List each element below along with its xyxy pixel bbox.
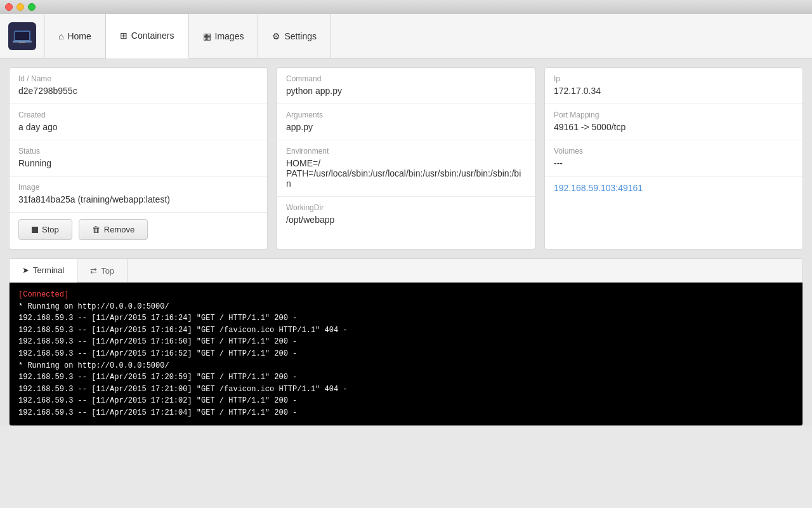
arguments-label: Arguments	[286, 110, 526, 119]
environment-field: Environment HOME=/ PATH=/usr/local/sbin:…	[277, 140, 535, 197]
maximize-button[interactable]	[28, 3, 36, 11]
terminal-line: 192.168.59.3 -- [11/Apr/2015 17:20:59] "…	[18, 371, 794, 384]
created-label: Created	[18, 110, 258, 119]
terminal-line: 192.168.59.3 -- [11/Apr/2015 17:21:00] "…	[18, 384, 794, 396]
tab-top-label: Top	[101, 266, 114, 276]
home-icon: ⌂	[58, 31, 63, 41]
created-value: a day ago	[18, 122, 258, 132]
tab-home-label: Home	[67, 31, 91, 41]
created-field: Created a day ago	[10, 104, 267, 140]
app-logo	[0, 14, 44, 58]
remove-button[interactable]: 🗑 Remove	[79, 219, 148, 240]
port-mapping-field: Port Mapping 49161 -> 5000/tcp	[545, 104, 802, 140]
command-field: Command python app.py	[277, 68, 535, 104]
terminal-section: ➤ Terminal ⇄ Top [Connected] * Running o…	[9, 258, 803, 426]
workingdir-field: WorkingDir /opt/webapp	[277, 197, 535, 232]
action-buttons: Stop 🗑 Remove	[10, 213, 267, 249]
volumes-value: ---	[554, 158, 794, 168]
close-button[interactable]	[5, 3, 13, 11]
status-value: Running	[18, 158, 258, 168]
status-field: Status Running	[10, 140, 267, 177]
top-icon: ⇄	[90, 266, 97, 276]
terminal-line: 192.168.59.3 -- [11/Apr/2015 17:21:02] "…	[18, 395, 794, 407]
tab-settings[interactable]: ⚙ Settings	[258, 14, 331, 58]
workingdir-value: /opt/webapp	[286, 215, 526, 225]
image-value: 31fa814ba25a (training/webapp:latest)	[18, 194, 258, 204]
id-label: Id / Name	[18, 74, 258, 83]
svg-rect-1	[15, 32, 29, 40]
terminal-line: 192.168.59.3 -- [11/Apr/2015 17:16:52] "…	[18, 348, 794, 360]
terminal-line: 192.168.59.3 -- [11/Apr/2015 17:16:24] "…	[18, 324, 794, 337]
terminal-line: * Running on http://0.0.0.0:5000/	[18, 360, 794, 372]
tab-top[interactable]: ⇄ Top	[77, 259, 128, 282]
id-field: Id / Name d2e7298b955c	[10, 68, 267, 104]
volumes-field: Volumes ---	[545, 140, 802, 177]
status-label: Status	[18, 147, 258, 156]
main-content: Id / Name d2e7298b955c Created a day ago…	[0, 58, 812, 426]
command-value: python app.py	[286, 86, 526, 96]
container-info-card: Id / Name d2e7298b955c Created a day ago…	[9, 67, 268, 250]
id-value: d2e7298b955c	[18, 86, 258, 96]
access-link[interactable]: 192.168.59.103:49161	[554, 183, 794, 193]
tab-terminal[interactable]: ➤ Terminal	[10, 259, 77, 283]
ip-label: Ip	[554, 74, 794, 83]
terminal-output: [Connected] * Running on http://0.0.0.0:…	[10, 283, 802, 425]
command-label: Command	[286, 74, 526, 83]
image-tag: (training/webapp:latest)	[75, 194, 170, 204]
terminal-line: * Running on http://0.0.0.0:5000/	[18, 301, 794, 313]
containers-icon: ⊞	[120, 30, 128, 41]
port-mapping-value: 49161 -> 5000/tcp	[554, 122, 794, 132]
remove-icon: 🗑	[92, 225, 100, 234]
image-field: Image 31fa814ba25a (training/webapp:late…	[10, 177, 267, 213]
terminal-tabs: ➤ Terminal ⇄ Top	[10, 259, 802, 283]
tab-home[interactable]: ⌂ Home	[44, 14, 106, 58]
stop-icon	[32, 227, 38, 233]
tab-images-label: Images	[215, 31, 244, 41]
images-icon: ▦	[203, 31, 211, 41]
ip-field: Ip 172.17.0.34	[545, 68, 802, 104]
terminal-line: 192.168.59.3 -- [11/Apr/2015 17:16:50] "…	[18, 336, 794, 348]
tab-images[interactable]: ▦ Images	[189, 14, 259, 58]
titlebar	[0, 0, 812, 14]
ip-value: 172.17.0.34	[554, 86, 794, 96]
stop-label: Stop	[42, 225, 59, 234]
access-link-field: 192.168.59.103:49161	[545, 177, 802, 201]
environment-value: HOME=/ PATH=/usr/local/sbin:/usr/local/b…	[286, 158, 526, 189]
terminal-icon: ➤	[22, 265, 29, 275]
nav-tabs: ⌂ Home ⊞ Containers ▦ Images ⚙ Settings	[44, 14, 331, 58]
tab-containers-label: Containers	[131, 30, 174, 41]
port-mapping-label: Port Mapping	[554, 110, 794, 119]
terminal-connected-line: [Connected]	[18, 289, 794, 301]
command-info-card: Command python app.py Arguments app.py E…	[277, 67, 535, 250]
cards-row: Id / Name d2e7298b955c Created a day ago…	[9, 67, 803, 250]
terminal-line: 192.168.59.3 -- [11/Apr/2015 17:21:04] "…	[18, 407, 794, 419]
arguments-field: Arguments app.py	[277, 104, 535, 140]
arguments-value: app.py	[286, 122, 526, 132]
tab-settings-label: Settings	[284, 31, 317, 41]
network-info-card: Ip 172.17.0.34 Port Mapping 49161 -> 500…	[544, 67, 803, 250]
volumes-label: Volumes	[554, 147, 794, 156]
terminal-line: 192.168.59.3 -- [11/Apr/2015 17:16:24] "…	[18, 312, 794, 324]
minimize-button[interactable]	[16, 3, 24, 11]
tab-containers[interactable]: ⊞ Containers	[106, 14, 189, 58]
stop-button[interactable]: Stop	[18, 219, 72, 240]
logo-icon	[8, 22, 36, 50]
tab-terminal-label: Terminal	[33, 265, 64, 275]
image-link[interactable]: 31fa814ba25a	[18, 194, 75, 204]
environment-label: Environment	[286, 147, 526, 156]
settings-icon: ⚙	[272, 31, 280, 41]
image-label: Image	[18, 183, 258, 192]
workingdir-label: WorkingDir	[286, 203, 526, 212]
navbar: ⌂ Home ⊞ Containers ▦ Images ⚙ Settings	[0, 14, 812, 58]
remove-label: Remove	[104, 225, 134, 234]
